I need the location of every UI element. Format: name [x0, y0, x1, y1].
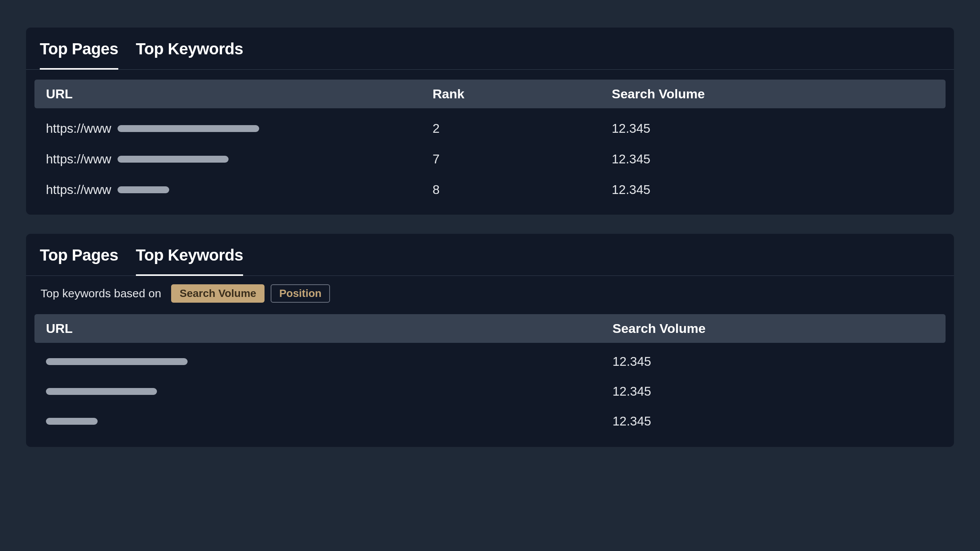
cell-url: https://www	[46, 183, 433, 197]
table-row: https://www 7 12.345	[34, 139, 946, 170]
cell-url: https://www	[46, 152, 433, 166]
tab-top-pages[interactable]: Top Pages	[40, 40, 118, 70]
top-pages-panel: Top Pages Top Keywords URL Rank Search V…	[26, 28, 954, 215]
tabs-panel1: Top Pages Top Keywords	[26, 28, 954, 70]
filter-label: Top keywords based on	[41, 287, 161, 300]
placeholder-bar	[46, 418, 98, 425]
header-url: URL	[46, 321, 612, 336]
table-row: https://www 2 12.345	[34, 108, 946, 139]
url-text[interactable]: https://www	[46, 121, 111, 136]
header-url: URL	[46, 86, 433, 101]
cell-url: https://www	[46, 121, 433, 136]
panel1-body: URL Rank Search Volume https://www 2 12.…	[26, 80, 954, 215]
cell-url	[46, 358, 612, 365]
cell-search-volume: 12.345	[612, 183, 934, 197]
cell-rank: 7	[433, 152, 612, 166]
table-row: 12.345	[34, 373, 946, 403]
cell-search-volume: 12.345	[612, 152, 934, 166]
filter-row: Top keywords based on Search Volume Posi…	[34, 276, 946, 313]
header-search-volume: Search Volume	[612, 321, 934, 336]
cell-search-volume: 12.345	[612, 121, 934, 136]
cell-rank: 8	[433, 183, 612, 197]
table-row: 12.345	[34, 403, 946, 432]
filter-buttons: Search Volume Position	[171, 284, 330, 303]
tabs-panel2: Top Pages Top Keywords	[26, 234, 954, 276]
cell-url	[46, 418, 612, 425]
table-row: 12.345	[34, 343, 946, 373]
url-text[interactable]: https://www	[46, 183, 111, 197]
top-keywords-panel: Top Pages Top Keywords Top keywords base…	[26, 234, 954, 447]
placeholder-bar	[46, 358, 188, 365]
cell-url	[46, 388, 612, 395]
header-search-volume: Search Volume	[612, 86, 934, 101]
tab-top-pages[interactable]: Top Pages	[40, 246, 118, 276]
table-header-panel1: URL Rank Search Volume	[34, 80, 946, 108]
cell-search-volume: 12.345	[612, 414, 934, 429]
placeholder-bar	[46, 388, 157, 395]
placeholder-bar	[118, 125, 259, 132]
tab-top-keywords[interactable]: Top Keywords	[136, 246, 243, 276]
panel2-body: Top keywords based on Search Volume Posi…	[26, 276, 954, 447]
cell-search-volume: 12.345	[612, 384, 934, 399]
table-header-panel2: URL Search Volume	[34, 314, 946, 343]
filter-search-volume-button[interactable]: Search Volume	[171, 284, 265, 303]
filter-position-button[interactable]: Position	[271, 284, 330, 303]
placeholder-bar	[118, 186, 169, 193]
url-text[interactable]: https://www	[46, 152, 111, 166]
tab-top-keywords[interactable]: Top Keywords	[136, 40, 243, 69]
cell-search-volume: 12.345	[612, 354, 934, 369]
cell-rank: 2	[433, 121, 612, 136]
table-row: https://www 8 12.345	[34, 170, 946, 200]
placeholder-bar	[118, 156, 229, 163]
header-rank: Rank	[433, 86, 612, 101]
